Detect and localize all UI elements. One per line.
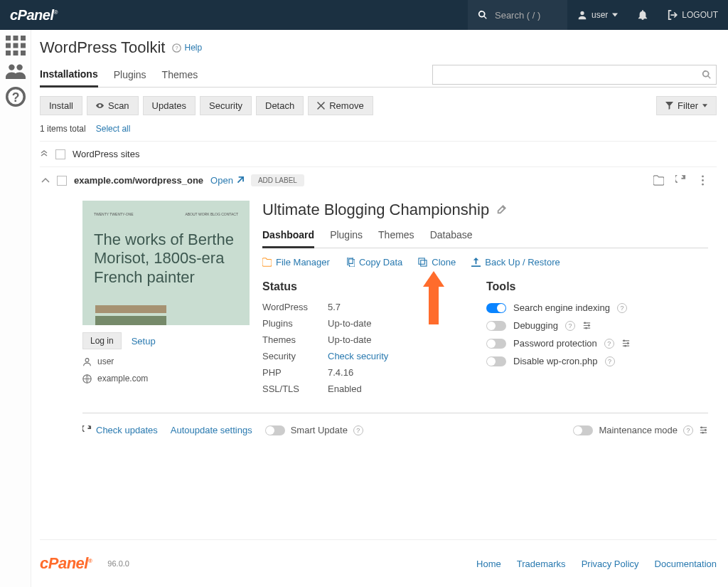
topbar-search[interactable]: Search ( / ) <box>468 0 567 30</box>
toggle-password-protection[interactable] <box>486 339 506 349</box>
svg-point-26 <box>627 342 629 344</box>
svg-point-29 <box>705 429 707 431</box>
caret-down-icon <box>612 12 618 18</box>
footer-version: 96.0.0 <box>107 559 129 568</box>
site-name: example.com/wordpress_one <box>74 175 203 186</box>
remove-button[interactable]: Remove <box>308 96 373 115</box>
site-user: user <box>97 356 114 366</box>
toggle-search-indexing[interactable] <box>486 303 506 313</box>
svg-point-17 <box>702 184 704 186</box>
page-title: WordPress Toolkit <box>40 38 165 57</box>
footer-trademarks-link[interactable]: Trademarks <box>517 559 566 569</box>
security-button[interactable]: Security <box>200 96 252 115</box>
setup-link[interactable]: Setup <box>132 336 156 347</box>
scan-button[interactable]: Scan <box>87 96 139 115</box>
footer-privacy-link[interactable]: Privacy Policy <box>582 559 639 569</box>
select-all-checkbox[interactable] <box>55 149 65 159</box>
logout-icon <box>668 10 678 20</box>
help-icon[interactable]: ? <box>683 425 693 435</box>
check-updates-link[interactable]: Check updates <box>82 425 158 435</box>
detach-button[interactable]: Detach <box>256 96 304 115</box>
items-total-label: 1 items total <box>40 124 86 134</box>
folder-icon <box>262 258 272 267</box>
toggle-maintenance[interactable] <box>573 425 593 435</box>
user-menu[interactable]: user <box>567 0 628 30</box>
svg-point-15 <box>702 175 704 177</box>
backup-restore-link[interactable]: Back Up / Restore <box>471 257 560 268</box>
tools-title: Tools <box>486 280 631 293</box>
copy-data-link[interactable]: Copy Data <box>346 257 402 268</box>
help-link[interactable]: ? Help <box>172 43 202 53</box>
footer-docs-link[interactable]: Documentation <box>655 559 717 569</box>
backup-icon <box>471 258 481 267</box>
settings-icon[interactable] <box>582 321 592 330</box>
rail-help-icon[interactable]: ? <box>6 87 26 107</box>
login-button[interactable]: Log in <box>82 332 122 349</box>
tab-plugins[interactable]: Plugins <box>114 63 146 86</box>
site-checkbox[interactable] <box>57 176 67 186</box>
tab-themes[interactable]: Themes <box>162 63 198 86</box>
autoupdate-settings-link[interactable]: Autoupdate settings <box>171 425 252 435</box>
external-link-icon <box>236 176 244 184</box>
logout-button[interactable]: LOGOUT <box>658 0 728 30</box>
svg-rect-8 <box>21 51 26 55</box>
subtab-dashboard[interactable]: Dashboard <box>262 225 314 248</box>
svg-rect-7 <box>13 51 18 55</box>
toggle-smart-update[interactable] <box>265 425 285 435</box>
filter-button[interactable]: Filter <box>656 96 717 115</box>
toggle-disable-cron[interactable] <box>486 356 506 366</box>
x-icon <box>317 102 325 110</box>
bell-icon <box>638 10 648 20</box>
kebab-icon[interactable] <box>697 175 708 186</box>
svg-text:?: ? <box>11 90 19 105</box>
help-icon[interactable]: ? <box>617 303 627 313</box>
settings-icon[interactable] <box>621 339 631 348</box>
search-icon <box>478 10 488 20</box>
check-security-link[interactable]: Check security <box>328 351 388 361</box>
logout-label: LOGOUT <box>682 10 718 20</box>
add-label-button[interactable]: ADD LABEL <box>251 174 304 186</box>
file-manager-link[interactable]: File Manager <box>262 257 330 268</box>
page-search[interactable] <box>432 65 717 85</box>
copy-icon <box>346 258 355 267</box>
svg-rect-4 <box>13 43 18 48</box>
brand-logo[interactable]: cPanel <box>0 7 68 23</box>
user-icon <box>577 10 587 20</box>
footer-home-link[interactable]: Home <box>476 559 501 569</box>
tab-installations[interactable]: Installations <box>40 63 98 88</box>
help-icon[interactable]: ? <box>353 425 363 435</box>
svg-rect-3 <box>6 43 11 48</box>
rail-apps-icon[interactable] <box>6 36 26 55</box>
subtab-plugins[interactable]: Plugins <box>330 225 363 248</box>
notifications-button[interactable] <box>628 0 658 30</box>
help-icon[interactable]: ? <box>604 339 614 349</box>
subtab-database[interactable]: Database <box>430 225 473 248</box>
subtab-themes[interactable]: Themes <box>378 225 414 248</box>
svg-rect-21 <box>421 260 427 266</box>
question-circle-icon: ? <box>172 43 181 53</box>
clone-icon <box>418 258 427 267</box>
collapse-icon[interactable] <box>41 176 50 185</box>
svg-point-18 <box>85 358 89 361</box>
svg-text:?: ? <box>176 44 178 51</box>
refresh-icon[interactable] <box>675 175 686 186</box>
collapse-all-icon[interactable] <box>40 150 48 159</box>
help-icon[interactable]: ? <box>605 356 615 366</box>
install-button[interactable]: Install <box>40 96 82 115</box>
folder-icon[interactable] <box>653 175 664 186</box>
open-site-link[interactable]: Open <box>210 175 244 186</box>
help-icon[interactable]: ? <box>565 321 575 331</box>
status-title: Status <box>262 280 465 293</box>
site-screenshot[interactable]: TWENTY TWENTY-ONEABOUT WORK BLOG CONTACT… <box>82 201 250 325</box>
page-search-input[interactable] <box>433 70 702 80</box>
edit-icon[interactable] <box>496 205 506 215</box>
eye-icon <box>96 102 104 110</box>
select-all-link[interactable]: Select all <box>96 124 131 134</box>
updates-button[interactable]: Updates <box>143 96 196 115</box>
clone-link[interactable]: Clone <box>418 257 456 268</box>
refresh-icon <box>82 425 92 435</box>
rail-users-icon[interactable] <box>6 61 26 81</box>
toggle-debugging[interactable] <box>486 321 506 331</box>
settings-icon[interactable] <box>699 425 708 435</box>
svg-rect-1 <box>13 36 18 41</box>
